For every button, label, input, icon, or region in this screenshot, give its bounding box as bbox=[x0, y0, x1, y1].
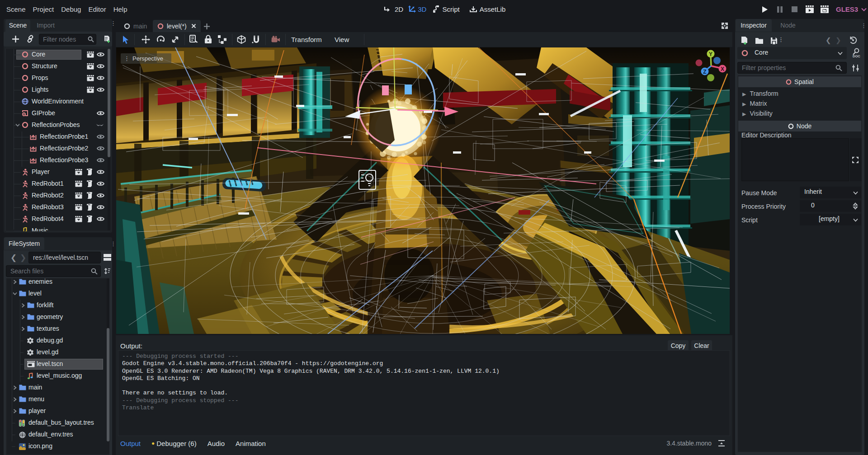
svg-text:DOC: DOC bbox=[853, 54, 860, 58]
svg-text:Z: Z bbox=[703, 69, 706, 75]
svg-text:X: X bbox=[721, 66, 724, 72]
svg-text:Y: Y bbox=[709, 51, 712, 57]
